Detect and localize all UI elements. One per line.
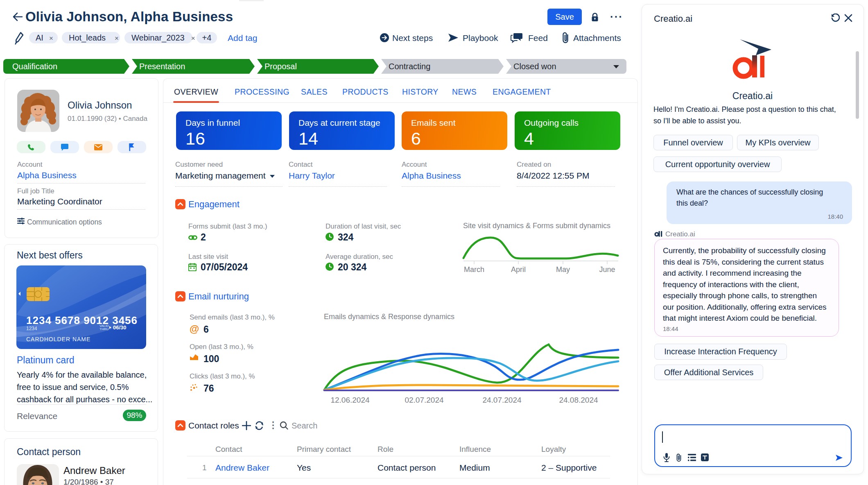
svg-text:THRU: THRU — [99, 327, 108, 331]
svg-text:CARDHOLDER NAME: CARDHOLDER NAME — [26, 336, 90, 342]
svg-text:1234: 1234 — [26, 326, 37, 331]
svg-text:Proposal: Proposal — [264, 62, 297, 71]
svg-text:Presentation: Presentation — [139, 62, 185, 71]
svg-text:06/30: 06/30 — [113, 324, 127, 331]
svg-text:Contracting: Contracting — [389, 62, 430, 71]
svg-text:Qualification: Qualification — [12, 62, 57, 71]
svg-text:Closed won: Closed won — [513, 62, 556, 71]
